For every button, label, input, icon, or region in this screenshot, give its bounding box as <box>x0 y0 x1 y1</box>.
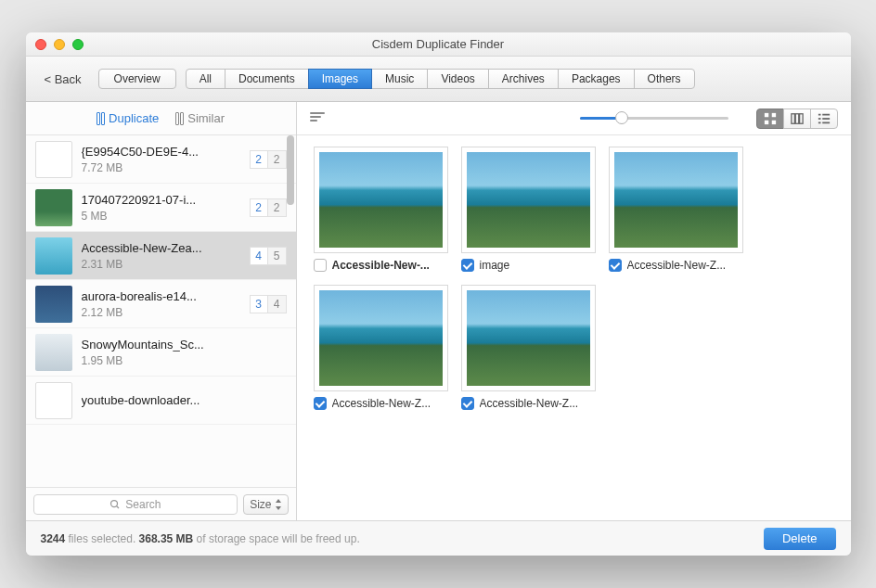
tab-similar[interactable]: Similar <box>175 111 225 125</box>
tab-duplicate[interactable]: Duplicate <box>97 111 159 125</box>
toolbar: < Back Overview AllDocumentsImagesMusicV… <box>26 57 851 102</box>
list-item[interactable]: {E9954C50-DE9E-4... 7.72 MB 22 <box>26 135 296 184</box>
list-item-size: 2.12 MB <box>82 306 240 319</box>
tab-music[interactable]: Music <box>371 69 428 89</box>
title-bar: Cisdem Duplicate Finder <box>26 32 851 57</box>
svg-rect-5 <box>771 120 775 123</box>
list-item-size: 2.31 MB <box>82 258 240 271</box>
similar-icon <box>175 112 184 125</box>
thumbnail-card[interactable]: Accessible-New-Z... <box>461 285 596 410</box>
tab-documents[interactable]: Documents <box>225 69 309 89</box>
sort-dropdown[interactable]: Size <box>243 494 288 515</box>
minimize-icon[interactable] <box>54 39 65 50</box>
duplicate-groups-list[interactable]: {E9954C50-DE9E-4... 7.72 MB 22 170407220… <box>26 135 296 487</box>
list-item-counts: 22 <box>250 198 287 217</box>
sort-label: Size <box>250 498 271 511</box>
thumbnail-card[interactable]: Accessible-New-Z... <box>314 285 448 410</box>
svg-rect-3 <box>771 112 775 116</box>
thumbnail <box>35 334 72 371</box>
list-item-text: youtube-downloader... <box>82 393 287 407</box>
thumbnail <box>35 286 72 323</box>
card-checkbox[interactable] <box>314 397 327 410</box>
count-total: 2 <box>268 150 287 169</box>
svg-rect-4 <box>764 120 767 123</box>
duplicate-icon <box>97 112 105 125</box>
sidebar: Duplicate Similar {E9954C50-DE9E-4... 7.… <box>26 102 297 520</box>
delete-button[interactable]: Delete <box>764 528 836 550</box>
svg-rect-10 <box>822 113 830 115</box>
count-total: 4 <box>268 295 287 313</box>
svg-rect-11 <box>818 118 820 120</box>
overview-button[interactable]: Overview <box>98 69 176 89</box>
thumbnail <box>35 382 72 419</box>
thumbnail-card[interactable]: Accessible-New-Z... <box>609 147 743 272</box>
tab-packages[interactable]: Packages <box>558 69 635 89</box>
count-selected: 4 <box>250 247 268 265</box>
search-input[interactable]: Search <box>33 494 238 515</box>
back-button[interactable]: < Back <box>37 72 89 86</box>
list-item-name: SnowyMountains_Sc... <box>82 338 287 352</box>
card-checkbox[interactable] <box>461 397 474 410</box>
view-columns-button[interactable] <box>783 109 811 129</box>
status-size: 368.35 MB <box>139 532 194 545</box>
svg-line-1 <box>117 505 120 508</box>
tab-videos[interactable]: Videos <box>427 69 488 89</box>
count-total: 2 <box>268 198 287 217</box>
thumbnail-card[interactable]: image <box>461 147 596 272</box>
card-label: Accessible-New-Z... <box>314 397 448 410</box>
list-item[interactable]: 170407220921-07-i... 5 MB 22 <box>26 184 296 232</box>
thumbnail-card[interactable]: Accessible-New-... <box>314 147 448 272</box>
list-item[interactable]: aurora-borealis-e14... 2.12 MB 34 <box>26 280 296 328</box>
thumbnail-size-slider[interactable] <box>580 117 728 120</box>
search-icon <box>110 499 121 510</box>
list-item[interactable]: youtube-downloader... <box>26 377 296 425</box>
list-item[interactable]: SnowyMountains_Sc... 1.95 MB <box>26 328 296 377</box>
card-image <box>609 147 743 253</box>
tab-archives[interactable]: Archives <box>488 69 559 89</box>
tab-images[interactable]: Images <box>308 69 372 89</box>
thumbnail <box>35 237 72 275</box>
content-toolbar <box>297 102 851 135</box>
category-tabs: AllDocumentsImagesMusicVideosArchivesPac… <box>186 69 695 89</box>
sidebar-mode-tabs: Duplicate Similar <box>26 102 296 135</box>
svg-rect-7 <box>795 113 799 123</box>
card-name: image <box>480 259 510 272</box>
view-grid-button[interactable] <box>756 109 784 129</box>
tab-others[interactable]: Others <box>634 69 695 89</box>
svg-rect-14 <box>822 121 830 123</box>
list-item-name: youtube-downloader... <box>82 393 287 407</box>
close-icon[interactable] <box>35 39 46 50</box>
maximize-icon[interactable] <box>72 39 84 50</box>
slider-knob[interactable] <box>615 111 628 124</box>
card-checkbox[interactable] <box>609 259 622 272</box>
thumbnail <box>35 189 72 226</box>
list-item-size: 1.95 MB <box>82 354 287 367</box>
view-list-button[interactable] <box>810 109 838 129</box>
svg-rect-6 <box>791 113 794 123</box>
card-checkbox[interactable] <box>461 259 474 272</box>
list-item-text: aurora-borealis-e14... 2.12 MB <box>82 289 240 319</box>
tab-similar-label: Similar <box>187 111 225 125</box>
list-item[interactable]: Accessible-New-Zea... 2.31 MB 45 <box>26 232 296 280</box>
sort-arrows-icon <box>275 499 282 510</box>
scrollbar[interactable] <box>287 135 294 205</box>
main-area: Duplicate Similar {E9954C50-DE9E-4... 7.… <box>26 102 851 520</box>
svg-rect-9 <box>818 113 820 115</box>
list-item-counts: 34 <box>250 295 287 313</box>
list-item-counts: 45 <box>250 247 287 265</box>
content-pane: Accessible-New-... image Accessible-New-… <box>297 102 851 520</box>
list-item-text: SnowyMountains_Sc... 1.95 MB <box>82 338 287 367</box>
svg-rect-13 <box>818 121 820 123</box>
card-label: Accessible-New-... <box>314 259 448 272</box>
view-mode-switch <box>756 109 838 129</box>
card-name: Accessible-New-... <box>332 259 430 272</box>
list-item-name: Accessible-New-Zea... <box>82 241 240 255</box>
tab-all[interactable]: All <box>186 69 225 89</box>
list-item-name: {E9954C50-DE9E-4... <box>82 145 240 159</box>
card-checkbox[interactable] <box>314 259 327 272</box>
svg-point-0 <box>111 500 118 506</box>
status-text: 3244 files selected. 368.35 MB of storag… <box>41 532 360 545</box>
svg-rect-2 <box>764 112 767 116</box>
filter-button[interactable] <box>310 112 327 125</box>
list-item-name: 170407220921-07-i... <box>82 193 240 207</box>
